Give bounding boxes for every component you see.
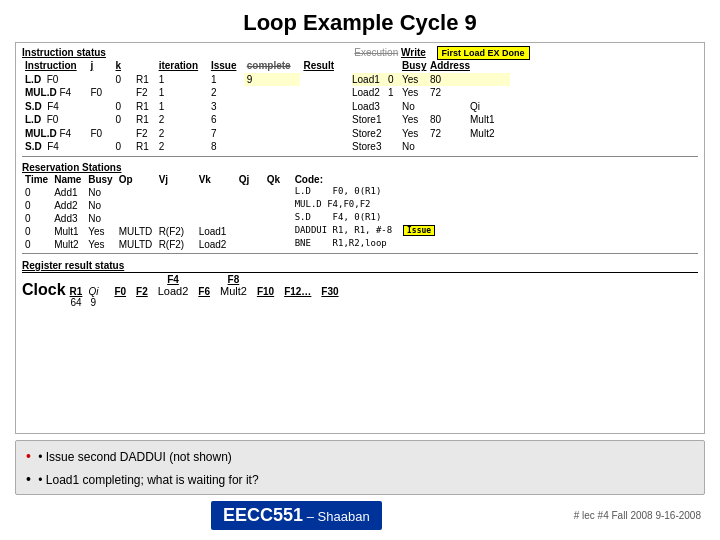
rs-col-qj: Qj	[236, 173, 264, 186]
store2-row: Store2 Yes 72 Mult2	[352, 127, 510, 141]
eecc-sub: – Shaaban	[303, 509, 370, 524]
eecc-badge: EECC551 – Shaaban	[211, 501, 382, 530]
store1-row: Store1 Yes 80 Mult1	[352, 113, 510, 127]
reg-f2: F2	[136, 286, 148, 297]
col-k: k	[112, 59, 132, 73]
exec-write-table: Busy Address Load1 0 Yes 80 Load2 1 Yes …	[352, 59, 510, 154]
bullet-1: • • Issue second DADDUI (not shown)	[26, 445, 694, 467]
reg-f8: F8 Mult2	[220, 274, 247, 297]
rs-col-op: Op	[116, 173, 156, 186]
issue-badge: Issue	[403, 225, 435, 236]
clock-label: Clock	[22, 281, 66, 299]
table-row: S.D F4 0 R1 1 3	[22, 100, 342, 114]
col-instruction: Instruction	[22, 59, 88, 73]
qi-col: Qi 9	[88, 286, 98, 308]
section-divider-1	[22, 156, 698, 157]
eecc-brand: EECC551	[223, 505, 303, 525]
instruction-exec-row: Instruction j k iteration Issue complete…	[22, 59, 698, 154]
slide-title: Loop Example Cycle 9	[15, 10, 705, 36]
bullet-1-text: • Issue second DADDUI (not shown)	[38, 450, 232, 464]
footer: EECC551 – Shaaban # lec #4 Fall 2008 9-1…	[15, 499, 705, 532]
bullet-dot-1: •	[26, 448, 31, 464]
rs-table: Time Name Busy Op Vj Vk Qj Qk Code: 0 Ad…	[22, 173, 698, 251]
r1-label: R1	[70, 286, 83, 297]
inst-header-row: Instruction j k iteration Issue complete…	[22, 59, 342, 73]
rs-col-qk: Qk	[264, 173, 292, 186]
exec-write-labels: Execution Write First Load EX Done	[354, 47, 529, 58]
rs-row-mult2: 0 Mult2 Yes MULTD R(F2) Load2 BNE R1,R2,…	[22, 238, 698, 251]
main-content: Instruction status Execution Write First…	[15, 42, 705, 434]
reg-header-label: Register result status	[22, 260, 124, 271]
rs-code-ld: L.D F0, 0(R1)	[292, 186, 698, 199]
col-complete: complete	[244, 59, 301, 73]
bullet-dot-2: •	[26, 471, 31, 487]
qi-label: Qi	[88, 286, 98, 297]
clock-row: Clock R1 64 Qi 9 F0 F2	[22, 272, 698, 308]
instruction-table: Instruction j k iteration Issue complete…	[22, 59, 342, 154]
rs-row-mult1: 0 Mult1 Yes MULTD R(F2) Load1 DADDUI R1,…	[22, 225, 698, 238]
instruction-status-label: Instruction status	[22, 47, 106, 58]
execution-label: Execution	[354, 47, 398, 58]
reg-f0: F0	[114, 286, 126, 297]
bullet-section: • • Issue second DADDUI (not shown) • • …	[15, 440, 705, 495]
col-result: Result	[300, 59, 342, 73]
table-row: MUL.D F4 F0 F2 1 2	[22, 86, 342, 100]
clock-val: 9	[91, 297, 97, 308]
exec-header: Busy Address	[352, 59, 510, 73]
rs-header-row: Time Name Busy Op Vj Vk Qj Qk Code:	[22, 173, 698, 186]
bullet-2-text: • Load1 completing; what is waiting for …	[38, 473, 258, 487]
section-divider-2	[22, 253, 698, 254]
r1-val: 64	[70, 297, 81, 308]
load2-row: Load2 1 Yes 72	[352, 86, 510, 100]
table-row: L.D F0 0 R1 2 6	[22, 113, 342, 127]
load3-row: Load3 No Qi	[352, 100, 510, 114]
reservation-section: Reservation Stations Time Name Busy Op V…	[22, 161, 698, 251]
first-load-badge: First Load EX Done	[437, 46, 530, 60]
rs-col-vj: Vj	[156, 173, 196, 186]
rs-code-sd: S.D F4, 0(R1)	[292, 212, 698, 225]
load1-row: Load1 0 Yes 80	[352, 73, 510, 87]
write-label: Write	[401, 47, 426, 58]
rs-row-add2: 0 Add2 No MUL.D F4,F0,F2	[22, 199, 698, 212]
rs-code-daddui: DADDUI R1, R1, #-8 Issue	[292, 225, 698, 238]
table-row: S.D F4 0 R1 2 8	[22, 140, 342, 154]
table-row: L.D F0 0 R1 1 1 9	[22, 73, 342, 87]
table-row: MUL.D F4 F0 F2 2 7	[22, 127, 342, 141]
rs-col-name: Name	[51, 173, 85, 186]
busy-header: Busy	[402, 59, 430, 73]
bullet-2: • • Load1 completing; what is waiting fo…	[26, 468, 694, 490]
rs-code-muld: MUL.D F4,F0,F2	[292, 199, 698, 212]
rs-col-code: Code:	[292, 173, 698, 186]
rs-col-vk: Vk	[196, 173, 236, 186]
rs-col-busy: Busy	[85, 173, 115, 186]
reg-f4: F4 Load2	[158, 274, 189, 297]
reg-f12: F12…	[284, 286, 311, 297]
store3-row: Store3 No	[352, 140, 510, 154]
rs-row-add1: 0 Add1 No L.D F0, 0(R1)	[22, 186, 698, 199]
register-section: Register result status Clock R1 64 Qi 9 …	[22, 259, 698, 308]
reg-f10: F10	[257, 286, 274, 297]
top-labels-row: Instruction status Execution Write First…	[22, 47, 698, 58]
footer-meta: # lec #4 Fall 2008 9-16-2008	[574, 510, 701, 521]
rs-col-time: Time	[22, 173, 51, 186]
r1-col: R1 64	[70, 286, 83, 308]
reg-f6: F6	[198, 286, 210, 297]
col-issue: Issue	[208, 59, 244, 73]
rs-header-label: Reservation Stations	[22, 162, 121, 173]
slide: Loop Example Cycle 9 Instruction status …	[0, 0, 720, 540]
register-cells: F0 F2 F4 Load2 F6	[114, 274, 344, 297]
col-j: j	[88, 59, 113, 73]
col-iteration: iteration	[156, 59, 208, 73]
address-header: Address	[430, 59, 470, 73]
rs-row-add3: 0 Add3 No S.D F4, 0(R1)	[22, 212, 698, 225]
rs-code-bne: BNE R1,R2,loop	[292, 238, 698, 251]
reg-f30: F30	[321, 286, 338, 297]
